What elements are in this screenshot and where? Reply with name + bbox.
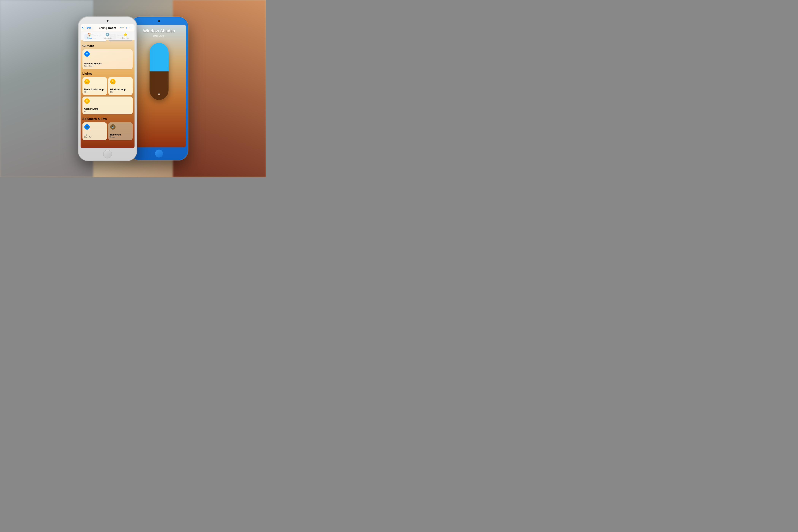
window-shades-tile[interactable]: ≡ Window Shades 50% Open — [82, 50, 133, 69]
back-label: Home — [85, 26, 91, 29]
window-lamp-status: On — [110, 91, 131, 93]
tab-home[interactable]: 🏠 Home — [80, 33, 99, 39]
tab-automation[interactable]: ⚙️ Automation — [98, 33, 116, 39]
shade-screen-subtitle: 50% Open — [153, 34, 165, 37]
tab-home-label: Home — [87, 37, 92, 39]
corner-lamp-status: On — [84, 110, 131, 113]
device-1: Home Living Room 〰 ＋ ⋯ Scenes — [78, 17, 137, 161]
camera-1 — [107, 20, 109, 22]
home-button-1[interactable] — [103, 150, 112, 158]
waveform-icon[interactable]: 〰 — [120, 26, 124, 30]
header-actions: 〰 ＋ ⋯ — [120, 26, 133, 30]
tv-tile[interactable]: 📺 TV Live TV — [82, 122, 107, 140]
speakers-section-title: Speakers & TVs — [82, 117, 133, 121]
tab-discover-label: Discover — [122, 37, 129, 39]
window-lamp-icon: 💡 — [110, 79, 115, 84]
tv-icon: 📺 — [84, 124, 90, 130]
tab-discover-icon: ⭐ — [123, 33, 128, 37]
corner-lamp-name: Corner Lamp — [84, 108, 131, 110]
shade-slider[interactable]: ≡ — [150, 43, 169, 100]
screen-2: Window Shades 50% Open ≡ — [133, 25, 186, 147]
header-title: Living Room — [95, 26, 120, 30]
dads-chair-lamp-name: Dad's Chair Lamp — [84, 88, 105, 91]
device-2: Window Shades 50% Open ≡ — [130, 17, 188, 160]
homepod-tile[interactable]: 🔊 HomePod Paused — [108, 122, 133, 140]
tv-status: Live TV — [84, 136, 105, 138]
window-lamp-name: Window Lamp — [110, 88, 131, 91]
window-shades-name: Window Shades — [84, 62, 131, 65]
shade-slider-open-portion — [150, 43, 169, 72]
tv-name: TV — [84, 133, 105, 136]
tab-home-icon: 🏠 — [88, 33, 92, 37]
tab-automation-label: Automation — [103, 37, 112, 39]
more-icon[interactable]: ⋯ — [130, 26, 133, 30]
tab-automation-icon: ⚙️ — [106, 33, 110, 37]
climate-section-title: Climate — [82, 44, 133, 48]
window-shades-status: 50% Open — [84, 65, 131, 67]
homepod-icon: 🔊 — [110, 124, 115, 130]
app-content-scroll: Scenes 🌧 Gloomy Day 🎬 Movie Time — [80, 24, 134, 148]
back-button[interactable]: Home — [82, 26, 95, 29]
home-button-2[interactable] — [155, 149, 164, 158]
window-lamp-tile[interactable]: 💡 Window Lamp On — [108, 77, 133, 95]
shade-screen: Window Shades 50% Open ≡ — [133, 25, 186, 147]
lights-grid-top: 💡 Dad's Chair Lamp On 💡 Window Lamp On — [82, 77, 133, 95]
tab-bar: 🏠 Home ⚙️ Automation ⭐ Discover — [80, 31, 134, 40]
lights-section-title: Lights — [82, 72, 133, 76]
shade-slider-closed-portion: ≡ — [150, 72, 169, 100]
camera-2 — [158, 20, 160, 22]
app-header: Home Living Room 〰 ＋ ⋯ — [80, 24, 134, 31]
shade-screen-title: Window Shades — [143, 28, 175, 34]
dads-chair-lamp-tile[interactable]: 💡 Dad's Chair Lamp On — [82, 77, 107, 95]
window-shades-icon: ≡ — [84, 51, 90, 57]
corner-lamp-tile[interactable]: 💡 Corner Lamp On — [82, 96, 133, 114]
corner-lamp-icon: 💡 — [84, 98, 90, 104]
tab-discover[interactable]: ⭐ Discover — [116, 33, 134, 39]
shade-handle-icon: ≡ — [158, 92, 160, 96]
dads-chair-lamp-status: On — [84, 91, 105, 93]
speakers-grid: 📺 TV Live TV 🔊 HomePod Paused — [82, 122, 133, 140]
dads-chair-lamp-icon: 💡 — [84, 79, 90, 84]
homepod-name: HomePod — [110, 133, 131, 136]
add-icon[interactable]: ＋ — [125, 26, 128, 30]
homepod-status: Paused — [110, 136, 131, 138]
back-chevron-icon — [82, 26, 84, 29]
screen-1: Home Living Room 〰 ＋ ⋯ Scenes — [80, 24, 134, 148]
